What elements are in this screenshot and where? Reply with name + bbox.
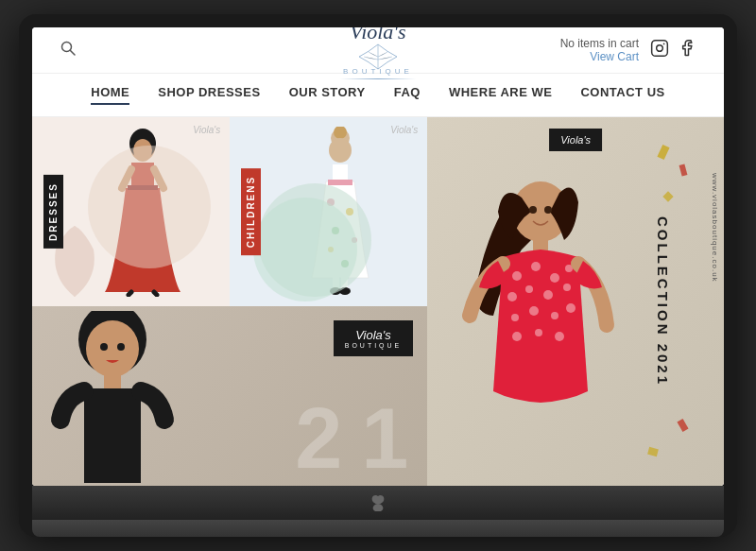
- nav-home[interactable]: HOME: [91, 85, 129, 105]
- site-header: Viola's BOUTIQUE No items in cart View C…: [32, 27, 724, 74]
- panel-collection[interactable]: Viola's: [427, 117, 724, 486]
- svg-point-18: [329, 138, 352, 163]
- svg-line-11: [122, 169, 131, 188]
- number-overlay-2: 1: [361, 396, 408, 481]
- svg-point-49: [555, 332, 564, 341]
- svg-line-14: [129, 292, 131, 295]
- monitor-base: [32, 520, 724, 537]
- nav-where-are-we[interactable]: WHERE ARE WE: [449, 85, 553, 105]
- svg-point-48: [535, 329, 542, 336]
- svg-point-33: [544, 206, 552, 214]
- view-cart-link[interactable]: View Cart: [560, 50, 639, 63]
- svg-point-9: [133, 139, 152, 162]
- monitor: Viola's BOUTIQUE No items in cart View C…: [19, 14, 737, 537]
- svg-rect-10: [131, 163, 154, 189]
- screen: Viola's BOUTIQUE No items in cart View C…: [32, 27, 724, 486]
- nav-faq[interactable]: FAQ: [394, 85, 421, 105]
- svg-point-51: [86, 320, 139, 377]
- childrens-label: CHILDRENS: [241, 168, 261, 255]
- logo-underline: [340, 78, 416, 79]
- svg-point-32: [529, 206, 537, 214]
- social-icons: [650, 39, 696, 62]
- nav-shop-dresses[interactable]: SHOP DRESSES: [158, 85, 260, 105]
- panel-bottom-left[interactable]: Viola's BOUTIQUE 2 1: [32, 306, 427, 486]
- circle-bg: [253, 198, 357, 301]
- header-left: [60, 41, 76, 60]
- svg-point-30: [339, 287, 351, 295]
- cart-no-items: No items in cart: [560, 37, 639, 50]
- logo-subtitle: BOUTIQUE: [340, 67, 416, 76]
- collection-text: COLLECTION 2021: [654, 216, 670, 387]
- instagram-icon[interactable]: [650, 39, 669, 62]
- facebook-icon[interactable]: [677, 39, 696, 62]
- woman-collection-figure: [427, 127, 682, 486]
- boutique-tag-name: Viola's: [345, 328, 403, 342]
- svg-line-1: [71, 51, 76, 56]
- logo-name: Viola's: [340, 27, 416, 43]
- svg-point-39: [507, 292, 517, 301]
- svg-point-21: [346, 208, 353, 215]
- dress-figure: [95, 127, 190, 297]
- svg-point-5: [663, 43, 665, 44]
- nav-contact-us[interactable]: CONTACT US: [580, 85, 664, 105]
- panel-children[interactable]: Viola's CHILDRENS: [230, 117, 427, 306]
- svg-rect-3: [652, 40, 668, 56]
- main-nav: HOME SHOP DRESSES OUR STORY FAQ WHERE AR…: [32, 74, 724, 117]
- violas-watermark-children: Viola's: [390, 125, 418, 135]
- svg-rect-13: [128, 185, 158, 190]
- boutique-tag: Viola's BOUTIQUE: [334, 320, 414, 356]
- apple-logo-icon: [369, 494, 387, 511]
- svg-point-53: [117, 343, 125, 351]
- svg-point-37: [550, 273, 559, 283]
- svg-point-46: [566, 303, 576, 313]
- cart-info: No items in cart View Cart: [560, 37, 639, 63]
- svg-rect-55: [84, 388, 141, 483]
- svg-rect-26: [328, 180, 352, 185]
- svg-point-41: [543, 290, 553, 300]
- violas-watermark-dresses: Viola's: [193, 125, 220, 135]
- svg-point-44: [529, 306, 539, 316]
- svg-rect-54: [104, 375, 121, 389]
- main-grid: Viola's DRESSES: [32, 117, 724, 486]
- svg-point-4: [657, 44, 663, 51]
- dresses-label: DRESSES: [43, 175, 63, 249]
- svg-point-40: [525, 285, 533, 293]
- logo[interactable]: Viola's BOUTIQUE: [340, 27, 416, 79]
- svg-line-15: [154, 292, 157, 295]
- svg-point-47: [512, 332, 522, 341]
- number-overlay: 2: [295, 396, 342, 481]
- svg-point-35: [512, 271, 522, 281]
- search-button[interactable]: [60, 41, 76, 60]
- svg-point-52: [100, 343, 108, 351]
- boutique-tag-sub: BOUTIQUE: [345, 342, 403, 349]
- svg-line-12: [154, 169, 163, 188]
- collection-violas-tag: Viola's: [549, 129, 602, 151]
- woman-bottom-figure: [42, 311, 231, 486]
- monitor-stand: [32, 486, 724, 520]
- svg-point-42: [563, 284, 571, 291]
- header-right: No items in cart View Cart: [560, 37, 696, 63]
- svg-point-43: [511, 314, 519, 321]
- collection-website: www.violasboutique.co.uk: [711, 173, 719, 283]
- panel-dresses[interactable]: Viola's DRESSES: [32, 117, 230, 306]
- svg-point-45: [551, 312, 558, 319]
- nav-our-story[interactable]: OUR STORY: [289, 85, 366, 105]
- svg-point-36: [531, 262, 541, 271]
